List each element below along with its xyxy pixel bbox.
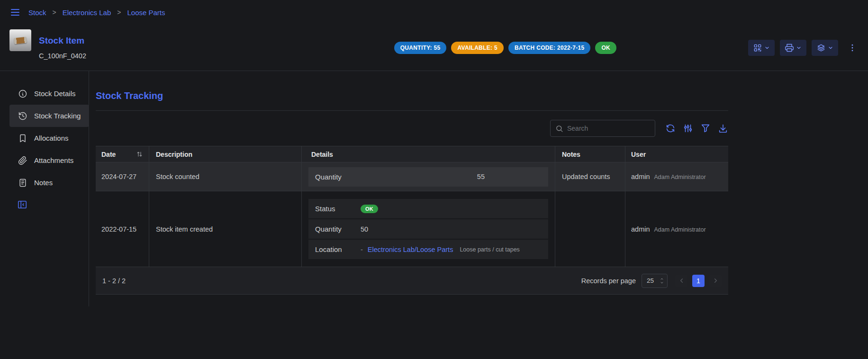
notes-icon [18,178,27,188]
table-footer: 1 - 2 / 2 Records per page 25 [96,267,728,295]
column-header-notes[interactable]: Notes [555,146,625,162]
part-name: C_100nF_0402 [39,52,86,60]
page-header: Stock Item C_100nF_0402 QUANTITY: 55 AVA… [0,25,868,71]
breadcrumb-separator: > [117,9,121,16]
download-icon[interactable] [718,123,728,134]
table-toolbar [96,120,728,137]
table-header-row: Date Description Details Notes User [96,146,728,162]
sidebar-item-label: Stock Tracking [34,112,81,120]
print-actions-button[interactable] [780,40,806,56]
adjustments-icon[interactable] [683,123,693,134]
cell-user: admin Adam Administrator [625,162,728,191]
user-full-name: Adam Administrator [654,226,706,233]
breadcrumb-separator: > [53,9,56,16]
stock-operations-icon [816,43,826,53]
column-header-details[interactable]: Details [302,146,555,162]
refresh-icon[interactable] [665,123,676,134]
detail-value: 50 [361,225,368,233]
history-icon [18,111,27,121]
cell-details: Status OK Quantity 50 Location - Electro… [302,191,555,267]
cell-description: Stock counted [149,162,302,191]
title-block: Stock Item C_100nF_0402 [39,36,86,60]
printer-icon [785,43,794,53]
barcode-actions-button[interactable] [748,40,775,56]
page-1-button[interactable]: 1 [692,275,705,287]
top-bar: Stock > Electronics Lab > Loose Parts [0,0,868,25]
column-header-user[interactable]: User [625,146,728,162]
breadcrumb-link-electronics-lab[interactable]: Electronics Lab [63,9,111,17]
cell-notes [555,191,625,267]
page-title: Stock Item [39,36,86,46]
username: admin [631,173,650,180]
sidebar-item-label: Allocations [34,134,69,142]
status-badges: QUANTITY: 55 AVAILABLE: 5 BATCH CODE: 20… [394,42,616,54]
filter-icon[interactable] [700,123,711,134]
breadcrumb-link-stock[interactable]: Stock [28,9,46,17]
stock-operations-button[interactable] [812,40,838,56]
header-actions [748,40,859,56]
username: admin [631,225,650,233]
sidebar: Stock Details Stock Tracking Allocations… [0,71,89,306]
divider [96,110,728,111]
hamburger-menu-icon[interactable] [9,7,21,18]
bookmark-icon [18,134,27,143]
cell-description: Stock item created [149,191,302,267]
search-icon [555,125,563,133]
sidebar-collapse-icon[interactable] [17,199,27,210]
prev-page-button[interactable] [675,275,687,287]
more-options-button[interactable] [846,40,859,56]
detail-value: 55 [361,173,485,180]
sidebar-item-stock-tracking[interactable]: Stock Tracking [9,105,89,127]
status-badge: OK [361,205,378,213]
pagination: 1 [675,275,722,287]
main-panel: Stock Tracking [96,71,728,306]
select-chevrons-icon [660,277,664,285]
search-box [550,120,655,137]
search-input[interactable] [567,125,653,132]
sidebar-item-attachments[interactable]: Attachments [9,149,89,171]
cell-details: Quantity 55 [302,162,555,191]
detail-label: Quantity [315,173,361,181]
records-per-page-label: Records per page [581,277,636,285]
detail-row: Quantity 50 [308,219,548,239]
breadcrumb-link-loose-parts[interactable]: Loose Parts [127,9,165,17]
sidebar-item-stock-details[interactable]: Stock Details [9,82,89,105]
detail-label: Location [315,245,361,253]
user-full-name: Adam Administrator [654,174,706,180]
chevron-down-icon [764,45,770,51]
content-area: Stock Details Stock Tracking Allocations… [0,71,868,306]
sidebar-item-notes[interactable]: Notes [9,171,89,194]
location-prefix: - [361,246,363,253]
cell-user: admin Adam Administrator [625,191,728,267]
records-per-page-select[interactable]: 25 [642,274,668,288]
status-ok-badge: OK [595,42,616,54]
chevron-down-icon [796,45,802,51]
detail-row: Location - Electronics Lab/Loose Parts L… [308,240,548,259]
cell-date: 2024-07-27 [96,162,149,191]
next-page-button[interactable] [709,275,722,287]
sidebar-item-label: Notes [34,179,53,187]
breadcrumb: Stock > Electronics Lab > Loose Parts [28,9,165,17]
detail-label: Status [315,205,361,213]
part-image [14,36,27,44]
batch-code-badge: BATCH CODE: 2022-7-15 [508,42,590,54]
column-header-date[interactable]: Date [96,146,149,162]
paperclip-icon [18,156,27,165]
sidebar-item-allocations[interactable]: Allocations [9,127,89,149]
dots-vertical-icon [848,43,857,53]
sidebar-item-label: Attachments [34,156,73,164]
sort-icon [136,151,143,158]
info-circle-icon [18,89,27,99]
stock-item-thumbnail[interactable] [9,29,31,51]
location-description: Loose parts / cut tapes [460,246,519,253]
quantity-badge: QUANTITY: 55 [394,42,447,54]
stock-tracking-table: Date Description Details Notes User 2024… [96,146,728,295]
location-link[interactable]: Electronics Lab/Loose Parts [368,246,453,253]
panel-title: Stock Tracking [96,90,728,101]
table-row: 2024-07-27 Stock counted Quantity 55 Upd… [96,162,728,191]
cell-notes: Updated counts [555,162,625,191]
chevron-down-icon [828,45,833,51]
column-header-description[interactable]: Description [149,146,302,162]
table-row: 2022-07-15 Stock item created Status OK … [96,191,728,267]
detail-label: Quantity [315,225,361,233]
